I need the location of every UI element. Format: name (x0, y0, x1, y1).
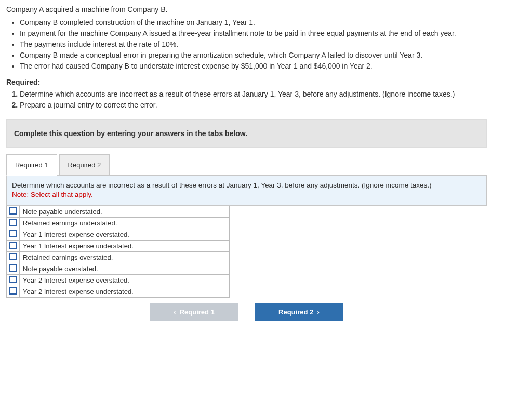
tab-bar: Required 1 Required 2 (6, 154, 487, 175)
problem-bullets: Company B completed construction of the … (20, 18, 526, 71)
question-prompt: Determine which accounts are incorrect a… (6, 175, 487, 205)
option-label: Year 1 Interest expense understated. (20, 240, 230, 251)
option-checkbox[interactable] (9, 276, 17, 283)
instruction-bar: Complete this question by entering your … (6, 119, 487, 148)
prev-button: ‹ Required 1 (150, 303, 238, 321)
option-row: Retained earnings overstated. (7, 251, 230, 263)
option-checkbox[interactable] (9, 287, 17, 295)
option-label: Note payable overstated. (20, 263, 230, 274)
option-label: Year 1 Interest expense overstated. (20, 229, 230, 240)
required-item: Prepare a journal entry to correct the e… (20, 100, 526, 110)
option-row: Year 1 Interest expense overstated. (7, 229, 230, 240)
bullet-item: Company B made a conceptual error in pre… (20, 50, 526, 60)
option-checkbox[interactable] (9, 230, 17, 237)
next-button[interactable]: Required 2 › (255, 303, 343, 321)
bullet-item: In payment for the machine Company A iss… (20, 29, 526, 38)
chevron-right-icon: › (317, 308, 320, 316)
option-row: Note payable overstated. (7, 263, 230, 274)
option-label: Retained earnings understated. (20, 217, 230, 229)
option-checkbox[interactable] (9, 207, 17, 215)
option-row: Note payable understated. (7, 206, 230, 217)
option-checkbox[interactable] (9, 242, 17, 249)
chevron-left-icon: ‹ (174, 308, 176, 316)
option-row: Retained earnings understated. (7, 217, 230, 229)
next-button-label: Required 2 (278, 308, 313, 316)
option-label: Retained earnings overstated. (20, 251, 230, 263)
tab-required-2[interactable]: Required 2 (59, 154, 110, 176)
bullet-item: The error had caused Company B to unders… (20, 61, 526, 71)
option-label: Year 2 Interest expense overstated. (20, 274, 230, 286)
required-heading: Required: (6, 78, 526, 86)
required-item: Determine which accounts are incorrect a… (20, 89, 526, 99)
prev-button-label: Required 1 (180, 308, 215, 316)
option-checkbox[interactable] (9, 253, 17, 260)
option-row: Year 1 Interest expense understated. (7, 240, 230, 251)
intro-text: Company A acquired a machine from Compan… (6, 5, 526, 14)
prompt-text: Determine which accounts are incorrect a… (12, 181, 431, 189)
bullet-item: The payments include interest at the rat… (20, 39, 526, 49)
option-checkbox[interactable] (9, 219, 17, 226)
required-list: Determine which accounts are incorrect a… (20, 89, 526, 110)
options-table: Note payable understated. Retained earni… (6, 206, 230, 298)
nav-row: ‹ Required 1 Required 2 › (6, 303, 487, 321)
option-checkbox[interactable] (9, 264, 17, 272)
option-row: Year 2 Interest expense overstated. (7, 274, 230, 286)
option-row: Year 2 Interest expense understated. (7, 286, 230, 297)
option-label: Note payable understated. (20, 206, 230, 217)
tab-required-1[interactable]: Required 1 (6, 154, 57, 176)
bullet-item: Company B completed construction of the … (20, 18, 526, 28)
prompt-note: Note: Select all that apply. (12, 191, 93, 198)
option-label: Year 2 Interest expense understated. (20, 286, 230, 297)
